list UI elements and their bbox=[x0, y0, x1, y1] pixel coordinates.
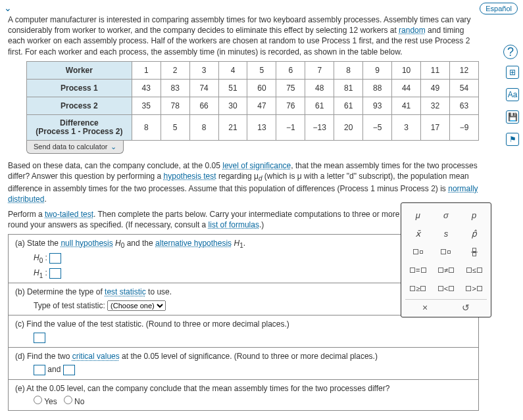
part-a-text: (a) State the null hypothesis H0 and the… bbox=[15, 239, 245, 249]
palette-clear-button[interactable]: × bbox=[422, 302, 428, 313]
paragraph-2: Based on these data, can the company con… bbox=[8, 160, 479, 204]
part-d: (d) Find the two critical values at the … bbox=[9, 347, 478, 379]
cell: 75 bbox=[276, 79, 305, 97]
palette-mu[interactable]: μ bbox=[405, 207, 431, 223]
h1-sym: H bbox=[34, 268, 39, 277]
cell: 48 bbox=[305, 79, 334, 97]
part-c-text: (c) Find the value of the test statistic… bbox=[15, 319, 289, 329]
side-toolbar: ⊞ Aa 💾 ⚑ bbox=[506, 66, 519, 146]
symbol-palette: μ σ p x̄ s p̂ = ≠ ≤ ≥ < > × ↺ bbox=[401, 202, 491, 317]
cell: 21 bbox=[218, 114, 247, 140]
send-data-button[interactable]: Send data to calculator⌄ bbox=[26, 141, 124, 154]
cell: 83 bbox=[161, 79, 189, 97]
palette-exponent[interactable] bbox=[405, 244, 431, 260]
p2-t5: . bbox=[44, 195, 46, 204]
d-t2: at the 0.05 level of significance. (Roun… bbox=[120, 352, 378, 361]
a-h2: H bbox=[232, 239, 239, 248]
cell: −5 bbox=[363, 114, 392, 140]
col-header: 9 bbox=[363, 61, 392, 79]
part-c: (c) Find the value of the test statistic… bbox=[9, 315, 478, 347]
cell: 63 bbox=[449, 97, 478, 114]
yes-option[interactable]: Yes bbox=[34, 397, 57, 406]
part-e-text: (e) At the 0.05 level, can the company c… bbox=[15, 384, 389, 393]
cell: 74 bbox=[189, 79, 218, 97]
cell: 88 bbox=[363, 79, 392, 97]
p3-t1: Perform a bbox=[8, 210, 45, 219]
palette-subscript[interactable] bbox=[434, 244, 459, 260]
palette-xbar[interactable]: x̄ bbox=[405, 225, 431, 241]
cell: 76 bbox=[276, 97, 305, 114]
b-t2: to use. bbox=[146, 287, 172, 296]
list-of-formulas-link[interactable]: list of formulas bbox=[209, 220, 259, 229]
palette-s[interactable]: s bbox=[434, 225, 459, 241]
d-t1: (d) Find the two bbox=[15, 352, 72, 361]
hypothesis-test-link[interactable]: hypothesis test bbox=[164, 172, 216, 181]
col-header: 12 bbox=[449, 61, 478, 79]
col-header: 1 bbox=[132, 61, 161, 79]
cell: 41 bbox=[392, 97, 421, 114]
flag-icon[interactable]: ⚑ bbox=[506, 133, 519, 146]
alternative-hypothesis-link[interactable]: alternative hypothesis bbox=[155, 239, 232, 248]
type-label: Type of test statistic: bbox=[34, 301, 105, 310]
critical-value-1-input[interactable] bbox=[34, 365, 45, 375]
keyboard-icon[interactable]: Aa bbox=[506, 88, 519, 101]
palette-leq[interactable]: ≤ bbox=[461, 262, 487, 278]
col-header: 4 bbox=[218, 61, 247, 79]
part-e: (e) At the 0.05 level, can the company c… bbox=[9, 379, 478, 410]
p3-t3: .) bbox=[259, 220, 264, 229]
cell: 51 bbox=[218, 79, 247, 97]
palette-gt[interactable]: > bbox=[461, 281, 487, 296]
language-button[interactable]: Español bbox=[480, 3, 518, 14]
palette-geq[interactable]: ≥ bbox=[405, 281, 431, 296]
save-icon[interactable]: 💾 bbox=[506, 110, 519, 124]
problem-intro: A computer manufacturer is interested in… bbox=[8, 14, 479, 57]
palette-neq[interactable]: ≠ bbox=[434, 262, 459, 278]
table-row: Process 1 43 83 74 51 60 75 48 81 88 44 … bbox=[27, 79, 479, 97]
cell: 49 bbox=[421, 79, 450, 97]
h1-input[interactable] bbox=[49, 268, 61, 279]
send-data-label: Send data to calculator bbox=[34, 143, 108, 151]
yes-radio[interactable] bbox=[34, 396, 42, 404]
level-of-significance-link[interactable]: level of significance bbox=[222, 161, 291, 170]
h0-input[interactable] bbox=[49, 253, 61, 264]
palette-p[interactable]: p bbox=[461, 207, 487, 223]
row-label: Process 2 bbox=[27, 97, 132, 114]
test-statistic-select[interactable]: (Choose one) bbox=[107, 300, 166, 311]
cell: −1 bbox=[276, 114, 305, 140]
col-header: 5 bbox=[247, 61, 276, 79]
collapse-chevron[interactable]: ⌄ bbox=[4, 3, 12, 13]
null-hypothesis-link[interactable]: null hypothesis bbox=[61, 239, 112, 248]
cell: 32 bbox=[421, 97, 450, 114]
a-h: H bbox=[113, 239, 121, 248]
table-row: Process 2 35 78 66 30 47 76 61 61 93 41 … bbox=[27, 97, 479, 114]
palette-lt[interactable]: < bbox=[434, 281, 459, 296]
palette-phat[interactable]: p̂ bbox=[461, 225, 487, 241]
cell: 8 bbox=[189, 114, 218, 140]
cell: 54 bbox=[449, 79, 478, 97]
no-option[interactable]: No bbox=[64, 397, 85, 406]
test-statistic-input[interactable] bbox=[34, 333, 45, 343]
cell: 61 bbox=[334, 97, 363, 114]
row-label: Process 1 bbox=[27, 79, 132, 97]
b-t1: (b) Determine the type of bbox=[15, 287, 105, 296]
cell: 44 bbox=[392, 79, 421, 97]
palette-sigma[interactable]: σ bbox=[434, 207, 459, 223]
a-and: and the bbox=[124, 239, 155, 248]
and-text: and bbox=[47, 365, 62, 375]
table-header: Worker bbox=[27, 61, 132, 79]
palette-fraction[interactable] bbox=[461, 244, 487, 260]
help-button[interactable]: ? bbox=[503, 45, 518, 59]
random-link[interactable]: random bbox=[399, 26, 426, 35]
palette-equals[interactable]: = bbox=[405, 262, 431, 278]
test-statistic-link[interactable]: test statistic bbox=[105, 287, 146, 296]
two-tailed-test-link[interactable]: two-tailed test bbox=[45, 210, 93, 219]
cell: 43 bbox=[132, 79, 161, 97]
palette-reset-button[interactable]: ↺ bbox=[462, 302, 470, 313]
table-row: Difference (Process 1 - Process 2) 8 5 8… bbox=[27, 114, 479, 140]
calculator-icon[interactable]: ⊞ bbox=[506, 66, 519, 79]
critical-value-2-input[interactable] bbox=[63, 365, 75, 375]
col-header: 6 bbox=[276, 61, 305, 79]
no-label: No bbox=[74, 397, 84, 406]
no-radio[interactable] bbox=[64, 396, 72, 404]
critical-values-link[interactable]: critical values bbox=[72, 352, 120, 361]
